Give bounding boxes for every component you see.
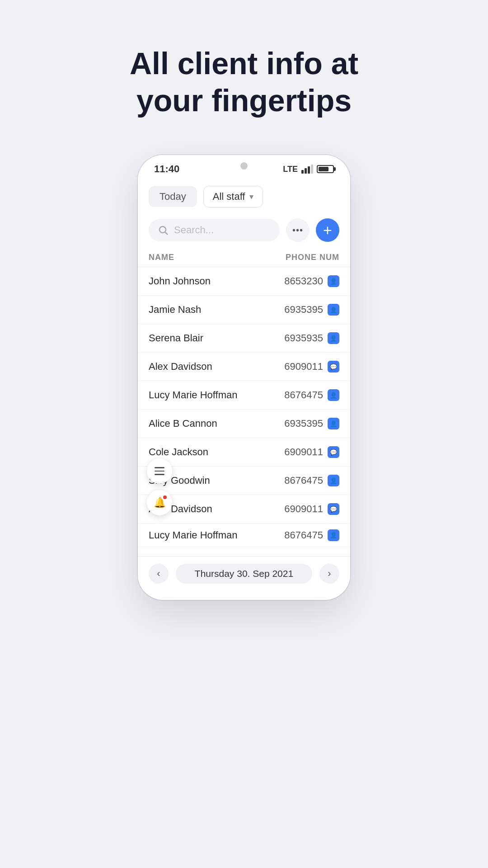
notification-fab-button[interactable]: 🔔 <box>147 490 172 515</box>
client-name: Jamie Nash <box>149 304 284 316</box>
battery-fill <box>319 167 328 171</box>
person-icon[interactable]: 👤 <box>328 275 339 287</box>
client-phone-row: 8676475👤 <box>284 389 339 401</box>
client-phone: 6909011 <box>284 361 323 373</box>
signal-bars <box>301 165 313 174</box>
client-phone: 8653230 <box>284 275 323 287</box>
svg-line-1 <box>165 232 168 235</box>
network-label: LTE <box>283 165 298 174</box>
client-phone-row: 6909011💬 <box>284 503 339 515</box>
client-phone: 6935395 <box>284 304 323 316</box>
floating-buttons: 🔔 <box>147 458 172 515</box>
client-row[interactable]: John Johnson8653230👤 <box>138 267 350 296</box>
client-phone: 8676475 <box>284 475 323 486</box>
page-title: All client info at your fingertips <box>94 45 394 119</box>
search-row: Search... ••• + <box>138 214 350 248</box>
add-button[interactable]: + <box>316 218 339 242</box>
client-phone: 6909011 <box>284 503 323 515</box>
client-name: Alex Davidson <box>149 361 284 373</box>
search-placeholder: Search... <box>174 224 214 236</box>
person-icon[interactable]: 👤 <box>328 304 339 316</box>
col-name-header: NAME <box>149 253 286 262</box>
client-phone: 6909011 <box>284 446 323 458</box>
more-button[interactable]: ••• <box>286 218 310 242</box>
client-name: Serena Blair <box>149 332 284 344</box>
chevron-down-icon: ▾ <box>249 192 253 202</box>
client-row-partial[interactable]: Lucy Marie Hoffman8676475👤 <box>138 524 350 547</box>
client-phone-row: 8676475👤 <box>284 475 339 486</box>
today-button[interactable]: Today <box>149 186 197 207</box>
client-phone-row: 6935395👤 <box>284 418 339 429</box>
ellipsis-icon: ••• <box>292 225 303 236</box>
col-phone-header: PHONE NUM <box>286 253 339 262</box>
client-phone-row: 8676475👤 <box>284 529 339 541</box>
client-name: Lucy Marie Hoffman <box>149 389 284 401</box>
chat-icon[interactable]: 💬 <box>328 361 339 373</box>
client-phone-row: 6935935👤 <box>284 332 339 344</box>
client-phone-row: 6909011💬 <box>284 446 339 458</box>
signal-bar-3 <box>308 166 310 174</box>
chat-icon[interactable]: 💬 <box>328 446 339 458</box>
person-icon[interactable]: 👤 <box>328 475 339 486</box>
client-name: Alice B Cannon <box>149 418 284 429</box>
client-name: Cole Jackson <box>149 446 284 458</box>
staff-label: All staff <box>213 191 245 203</box>
client-row[interactable]: Lucy Marie Hoffman8676475👤 <box>138 381 350 410</box>
search-icon <box>158 225 169 236</box>
plus-icon: + <box>323 222 332 239</box>
staff-dropdown[interactable]: All staff ▾ <box>203 186 263 208</box>
chat-icon[interactable]: 💬 <box>328 503 339 515</box>
chevron-left-icon: ‹ <box>157 568 160 580</box>
client-row[interactable]: Alice B Cannon6935395👤 <box>138 410 350 438</box>
client-phone-row: 6909011💬 <box>284 361 339 373</box>
filter-row: Today All staff ▾ <box>138 179 350 214</box>
battery-icon <box>317 165 334 173</box>
client-phone: 8676475 <box>284 529 323 541</box>
date-label: Thursday 30. Sep 2021 <box>176 564 312 584</box>
bottom-nav-area: 🔔 <box>138 547 350 556</box>
next-date-button[interactable]: › <box>319 564 339 584</box>
person-icon[interactable]: 👤 <box>328 418 339 429</box>
person-icon[interactable]: 👤 <box>328 389 339 401</box>
signal-bar-4 <box>311 165 313 174</box>
client-name: John Johnson <box>149 275 284 287</box>
search-bar[interactable]: Search... <box>149 219 280 241</box>
notification-dot <box>162 495 168 500</box>
client-phone: 8676475 <box>284 389 323 401</box>
svg-point-0 <box>160 226 166 233</box>
signal-bar-2 <box>305 168 307 174</box>
person-icon[interactable]: 👤 <box>328 332 339 344</box>
title-line2: your fingertips <box>136 83 352 118</box>
table-header: NAME PHONE NUM <box>138 248 350 267</box>
status-time: 11:40 <box>154 163 179 175</box>
hamburger-icon <box>155 467 164 475</box>
status-icons: LTE <box>283 165 334 174</box>
phone-mockup: 11:40 LTE Today All staff ▾ <box>138 155 350 600</box>
client-name: Lucy Marie Hoffman <box>149 529 284 541</box>
client-row[interactable]: Serena Blair6935935👤 <box>138 324 350 353</box>
menu-fab-button[interactable] <box>147 458 172 484</box>
client-phone-row: 8653230👤 <box>284 275 339 287</box>
date-nav: ‹ Thursday 30. Sep 2021 › <box>138 556 350 591</box>
client-phone-row: 6935395👤 <box>284 304 339 316</box>
title-line1: All client info at <box>130 46 358 80</box>
person-icon[interactable]: 👤 <box>328 529 339 541</box>
signal-bar-1 <box>301 170 304 174</box>
client-row[interactable]: Jamie Nash6935395👤 <box>138 296 350 324</box>
chevron-right-icon: › <box>328 568 331 580</box>
client-row[interactable]: Alex Davidson6909011💬 <box>138 353 350 381</box>
client-phone: 6935395 <box>284 418 323 429</box>
client-phone: 6935935 <box>284 332 323 344</box>
camera-notch <box>240 162 248 170</box>
prev-date-button[interactable]: ‹ <box>149 564 169 584</box>
